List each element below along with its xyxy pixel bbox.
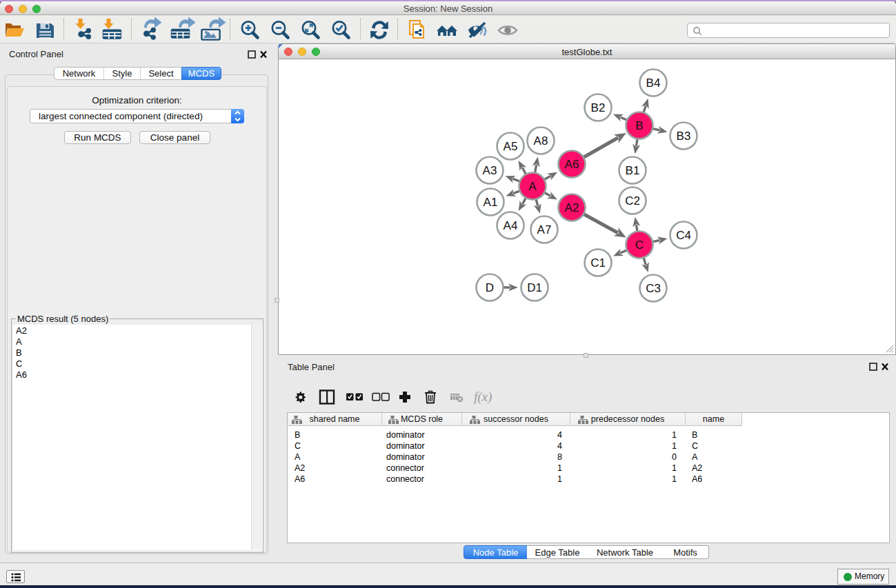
svg-text:B3: B3 <box>677 130 691 143</box>
svg-text:B1: B1 <box>626 164 640 177</box>
svg-text:A6: A6 <box>565 158 579 171</box>
svg-text:A8: A8 <box>534 134 548 148</box>
svg-text:B: B <box>635 119 643 132</box>
svg-text:B2: B2 <box>591 101 606 114</box>
svg-text:C: C <box>635 239 644 252</box>
svg-text:A1: A1 <box>484 196 498 209</box>
svg-text:C4: C4 <box>676 229 691 242</box>
svg-text:D1: D1 <box>527 281 542 294</box>
svg-text:A7: A7 <box>537 223 552 236</box>
svg-text:C3: C3 <box>646 282 661 295</box>
svg-text:C1: C1 <box>590 256 606 270</box>
svg-text:C2: C2 <box>625 194 640 207</box>
svg-text:B4: B4 <box>646 77 661 90</box>
svg-text:D: D <box>486 281 494 294</box>
svg-text:A5: A5 <box>504 140 518 153</box>
svg-text:A4: A4 <box>504 219 518 232</box>
svg-text:f(x): f(x) <box>474 389 492 405</box>
svg-text:A2: A2 <box>565 201 579 214</box>
svg-text:A3: A3 <box>483 164 497 177</box>
svg-text:A: A <box>528 180 537 193</box>
